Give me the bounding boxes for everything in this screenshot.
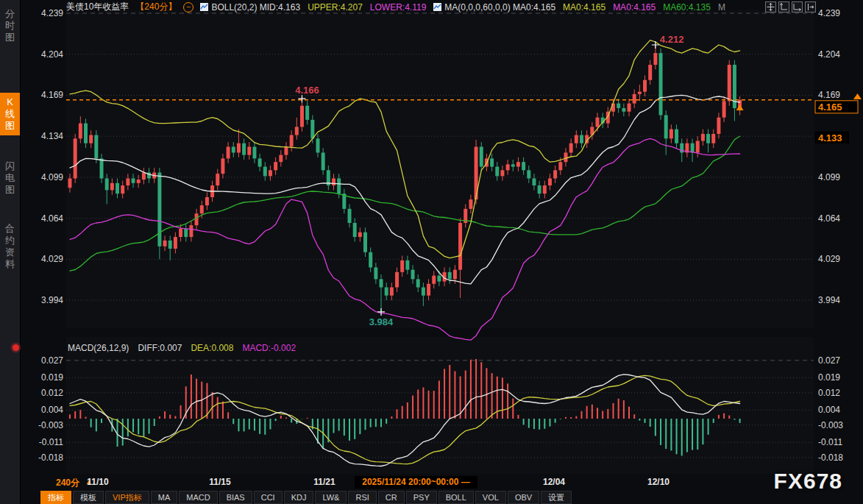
macd-params: MACD(26,12,9) [68,343,129,353]
kdj-button[interactable]: KDJ [284,491,314,504]
indicator-value-ma-more: M [718,2,725,13]
indicator-chart-icon [200,3,208,11]
cci-button[interactable]: CCI [254,491,283,504]
macd-diff-value: DIFF:0.007 [138,343,182,353]
macd-header: MACD(26,12,9) DIFF:0.007 DEA:0.008 MACD:… [68,343,296,353]
shift-data-icon[interactable] [805,1,816,13]
macd-tick-right: 0.027 [818,355,840,366]
charting-app: 4.2394.2394.2044.2044.1694.1694.1344.134… [0,0,863,504]
price-tick-left: 4.169 [41,90,63,100]
price-tick-left: 4.064 [41,213,63,224]
macd-tick-left: -0.003 [38,420,63,430]
indicator-value-boll-upper-value: UPPER:4.207 [308,2,363,13]
macd-button[interactable]: MACD [179,491,217,504]
macd-tick-left: -0.018 [38,452,63,463]
annotation-price-4166: 4.166 [295,85,319,96]
price-tick-left: 4.239 [41,8,63,18]
x-axis-date-label: 12/04 [543,477,565,487]
price-tick-right: 4.029 [818,254,840,264]
price-tick-left: 4.204 [41,49,63,60]
period-selector[interactable]: 240分 [56,477,79,489]
psy-button[interactable]: PSY [406,491,437,504]
price-tick-right: 4.099 [818,172,840,182]
bias-button[interactable]: BIAS [219,491,252,504]
macd-tick-right: -0.003 [818,420,843,430]
vip-indicator-button[interactable]: VIP指标 [105,491,149,504]
sidebar-tab-contract-info[interactable]: 合 约 资 料 [0,219,20,274]
price-tick-left: 4.134 [41,131,63,141]
watermark: FX678 [774,469,842,494]
collapse-indicator-icon[interactable]: − [183,2,193,13]
scale-vertical-icon[interactable] [778,1,789,13]
alert-dot-icon [13,344,19,351]
vol-button[interactable]: VOL [475,491,506,504]
macd-tick-left: 0.004 [41,405,63,415]
x-axis-date-label: 12/10 [647,477,670,487]
price-tick-left: 3.994 [41,295,63,305]
last-price-badge: 4.165 [818,102,842,113]
template-button[interactable]: 模板 [73,491,104,504]
macd-tick-left: 0.019 [41,372,63,383]
indicator-button[interactable]: 指标 [40,491,71,504]
price-tick-right: 3.994 [818,295,840,305]
price-tick-right: 4.169 [818,90,840,100]
indicator-value-ma0-yellow-value: MA0:4.165 [563,2,605,13]
macd-tick-right: 0.004 [818,405,840,415]
indicator-value-boll-lower-value: LOWER:4.119 [370,2,426,13]
indicator-value-ma0-magenta-value: MA0:4.165 [613,2,656,13]
period-tag: 【240分】 [135,1,177,13]
macd-macd-value: MACD:-0.002 [242,343,296,353]
annotation-low-price: 3.984 [369,316,394,327]
cr-button[interactable]: CR [378,491,405,504]
indicator-toolbar: 指标模板VIP指标MAMACDBIASCCIKDJLW&RSICRPSYBOLL… [40,491,572,504]
macd-tick-right: 0.019 [818,372,840,383]
indicator-chart-icon [433,3,441,11]
price-tick-left: 4.029 [41,254,63,264]
chart-canvas[interactable]: 4.2394.2394.2044.2044.1694.1694.1344.134… [0,0,863,504]
price-tick-right: 4.239 [818,8,840,18]
x-axis-date-label: 11/21 [313,477,335,487]
macd-tick-left: -0.011 [39,437,63,447]
instrument-title: 美债10年收益率 [66,1,129,13]
x-axis-date-label: 11/10 [87,477,108,487]
price-tick-left: 4.099 [41,172,63,182]
settings-button[interactable]: 设置 [541,491,572,504]
macd-tick-left: 0.027 [41,355,63,366]
price-tick-right: 4.064 [818,213,840,224]
sidebar: 分 时 图K 线 图闪 电 图合 约 资 料 [0,0,21,504]
price-tick-right: 4.204 [818,49,840,60]
boll-button[interactable]: BOLL [438,491,474,504]
rsi-button[interactable]: RSI [348,491,376,504]
crosshair-date-label: 2025/11/24 20:00~00:00 — [355,476,477,489]
indicator-header: 美债10年收益率 【240分】 − BOLL(20,2) MID:4.163UP… [66,0,730,14]
indicator-values: BOLL(20,2) MID:4.163UPPER:4.207LOWER:4.1… [200,2,730,13]
sidebar-tab-kline-chart[interactable]: K 线 图 [0,93,20,135]
x-axis-date-label: 11/15 [209,477,230,487]
annotation-high-price: 4.212 [660,34,684,45]
chart-tool-icons [765,1,816,13]
move-chart-icon[interactable] [765,1,776,13]
sidebar-tab-lightning-chart[interactable]: 闪 电 图 [0,157,20,199]
indicator-value-ma60-value: MA60:4.135 [663,2,711,13]
indicator-value-boll-values: BOLL(20,2) MID:4.163 [211,2,300,13]
ma-button[interactable]: MA [151,491,178,504]
macd-dea-value: DEA:0.008 [191,343,233,353]
macd-tick-right: -0.011 [818,437,842,447]
macd-tick-right: -0.018 [818,452,843,463]
ref-price-badge: 4.133 [818,132,842,143]
macd-tick-right: 0.012 [818,388,840,398]
time-axis: 240分 ▲ 11/1011/1511/2112/0412/10 2025/11… [0,475,863,490]
sidebar-tab-time-chart[interactable]: 分 时 图 [0,4,20,47]
obv-button[interactable]: OBV [508,491,539,504]
lwr-button[interactable]: LW& [315,491,347,504]
indicator-value-ma-values: MA(0,0,0,60,0,0) MA0:4.165 [444,2,555,13]
macd-tick-left: 0.012 [41,388,63,398]
scale-horizontal-icon[interactable] [792,1,803,13]
